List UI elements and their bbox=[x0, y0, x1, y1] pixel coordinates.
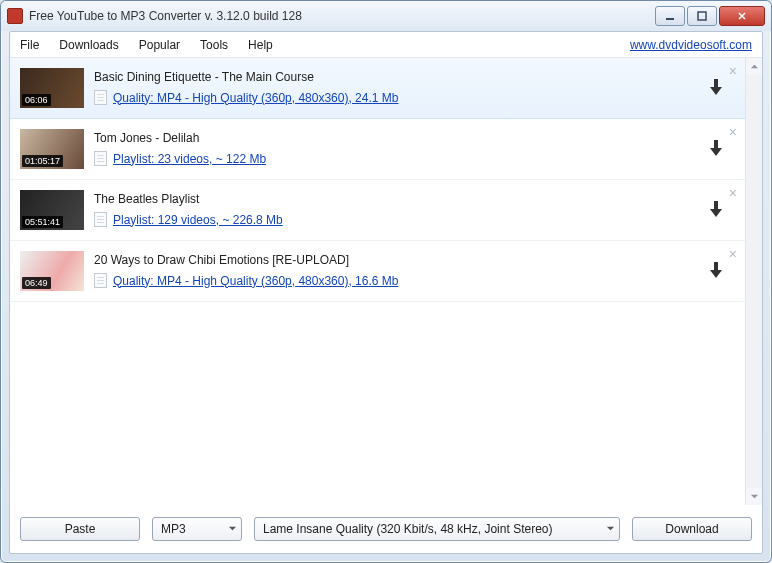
duration-badge: 01:05:17 bbox=[22, 155, 63, 167]
list-item[interactable]: 05:51:41The Beatles PlaylistPlaylist: 12… bbox=[10, 180, 745, 241]
menu-popular[interactable]: Popular bbox=[139, 38, 180, 52]
duration-badge: 06:49 bbox=[22, 277, 51, 289]
app-icon bbox=[7, 8, 23, 24]
download-arrow-icon[interactable] bbox=[709, 262, 723, 281]
download-arrow-icon[interactable] bbox=[709, 140, 723, 159]
item-title: Tom Jones - Delilah bbox=[94, 131, 701, 145]
download-list: 06:06Basic Dining Etiquette - The Main C… bbox=[10, 58, 745, 505]
list-item[interactable]: 06:06Basic Dining Etiquette - The Main C… bbox=[10, 58, 745, 119]
thumbnail: 06:06 bbox=[20, 68, 84, 108]
item-detail-link[interactable]: Playlist: 129 videos, ~ 226.8 Mb bbox=[113, 213, 283, 227]
remove-item-icon[interactable]: × bbox=[729, 186, 737, 200]
duration-badge: 05:51:41 bbox=[22, 216, 63, 228]
paste-label: Paste bbox=[65, 522, 96, 536]
quality-value: Lame Insane Quality (320 Kbit/s, 48 kHz,… bbox=[263, 522, 552, 536]
document-icon bbox=[94, 273, 107, 288]
bottom-bar: Paste MP3 Lame Insane Quality (320 Kbit/… bbox=[10, 505, 762, 553]
list-item[interactable]: 01:05:17Tom Jones - DelilahPlaylist: 23 … bbox=[10, 119, 745, 180]
item-title: The Beatles Playlist bbox=[94, 192, 701, 206]
site-link[interactable]: www.dvdvideosoft.com bbox=[630, 38, 752, 52]
menu-file[interactable]: File bbox=[20, 38, 39, 52]
item-detail-link[interactable]: Quality: MP4 - High Quality (360p, 480x3… bbox=[113, 274, 398, 288]
item-detail-link[interactable]: Playlist: 23 videos, ~ 122 Mb bbox=[113, 152, 266, 166]
document-icon bbox=[94, 212, 107, 227]
download-button[interactable]: Download bbox=[632, 517, 752, 541]
item-meta: Tom Jones - DelilahPlaylist: 23 videos, … bbox=[94, 129, 701, 166]
thumbnail: 05:51:41 bbox=[20, 190, 84, 230]
duration-badge: 06:06 bbox=[22, 94, 51, 106]
window-title: Free YouTube to MP3 Converter v. 3.12.0 … bbox=[29, 9, 655, 23]
minimize-button[interactable] bbox=[655, 6, 685, 26]
list-item[interactable]: 06:4920 Ways to Draw Chibi Emotions [RE-… bbox=[10, 241, 745, 302]
scroll-down-button[interactable] bbox=[746, 488, 762, 505]
menu-downloads[interactable]: Downloads bbox=[59, 38, 118, 52]
titlebar[interactable]: Free YouTube to MP3 Converter v. 3.12.0 … bbox=[1, 1, 771, 31]
scroll-up-button[interactable] bbox=[746, 58, 762, 75]
item-title: Basic Dining Etiquette - The Main Course bbox=[94, 70, 701, 84]
document-icon bbox=[94, 151, 107, 166]
remove-item-icon[interactable]: × bbox=[729, 247, 737, 261]
item-meta: Basic Dining Etiquette - The Main Course… bbox=[94, 68, 701, 105]
item-title: 20 Ways to Draw Chibi Emotions [RE-UPLOA… bbox=[94, 253, 701, 267]
document-icon bbox=[94, 90, 107, 105]
window-controls bbox=[655, 6, 765, 26]
chevron-down-icon bbox=[222, 522, 237, 536]
thumbnail: 01:05:17 bbox=[20, 129, 84, 169]
download-arrow-icon[interactable] bbox=[709, 79, 723, 98]
remove-item-icon[interactable]: × bbox=[729, 64, 737, 78]
item-detail-link[interactable]: Quality: MP4 - High Quality (360p, 480x3… bbox=[113, 91, 398, 105]
list-wrap: 06:06Basic Dining Etiquette - The Main C… bbox=[10, 58, 762, 505]
maximize-button[interactable] bbox=[687, 6, 717, 26]
download-label: Download bbox=[665, 522, 718, 536]
close-button[interactable] bbox=[719, 6, 765, 26]
app-window: Free YouTube to MP3 Converter v. 3.12.0 … bbox=[0, 0, 772, 563]
menubar: File Downloads Popular Tools Help www.dv… bbox=[10, 32, 762, 58]
menu-tools[interactable]: Tools bbox=[200, 38, 228, 52]
paste-button[interactable]: Paste bbox=[20, 517, 140, 541]
chevron-down-icon bbox=[600, 522, 615, 536]
svg-rect-0 bbox=[666, 18, 674, 20]
menu-help[interactable]: Help bbox=[248, 38, 273, 52]
format-value: MP3 bbox=[161, 522, 186, 536]
item-meta: The Beatles PlaylistPlaylist: 129 videos… bbox=[94, 190, 701, 227]
format-combo[interactable]: MP3 bbox=[152, 517, 242, 541]
quality-combo[interactable]: Lame Insane Quality (320 Kbit/s, 48 kHz,… bbox=[254, 517, 620, 541]
svg-rect-1 bbox=[698, 12, 706, 20]
download-arrow-icon[interactable] bbox=[709, 201, 723, 220]
thumbnail: 06:49 bbox=[20, 251, 84, 291]
item-meta: 20 Ways to Draw Chibi Emotions [RE-UPLOA… bbox=[94, 251, 701, 288]
client-area: File Downloads Popular Tools Help www.dv… bbox=[9, 31, 763, 554]
scrollbar[interactable] bbox=[745, 58, 762, 505]
remove-item-icon[interactable]: × bbox=[729, 125, 737, 139]
